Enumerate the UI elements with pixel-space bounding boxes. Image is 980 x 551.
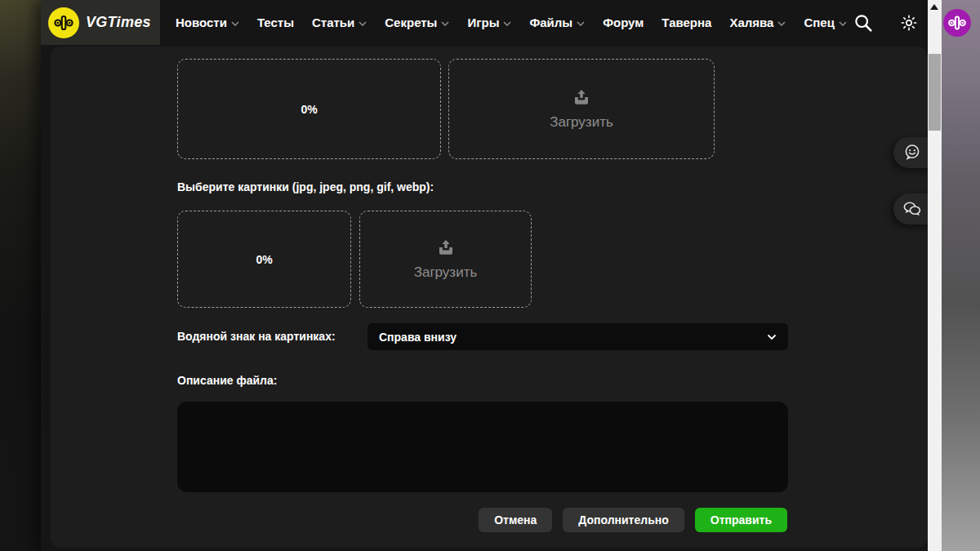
smiley-bubble-icon	[902, 143, 922, 162]
nav-item-articles[interactable]: Статьи	[303, 9, 376, 36]
nav-item-special[interactable]: Спец	[795, 9, 855, 36]
nav-item-label: Форум	[603, 16, 644, 29]
nav-item-label: Халява	[729, 16, 773, 29]
chevron-down-icon	[441, 21, 449, 26]
nav-item-tavern[interactable]: Таверна	[653, 9, 720, 36]
chevron-down-icon	[231, 21, 239, 26]
nav-item-forum[interactable]: Форум	[594, 9, 653, 36]
screenshots-progress-value: 0%	[301, 103, 317, 116]
feedback-smiley-tab[interactable]	[893, 137, 931, 168]
sun-icon	[900, 14, 918, 32]
nav-item-label: Новости	[176, 16, 227, 29]
watermark-selected-value: Справа внизу	[379, 331, 767, 344]
chat-bubbles-icon	[902, 198, 923, 220]
site-logo[interactable]: VGTimes	[41, 0, 160, 45]
screenshots-upload-button[interactable]: Загрузить	[448, 59, 715, 159]
screenshots-progress-box: 0%	[177, 59, 441, 159]
chevron-down-icon	[503, 21, 511, 26]
search-button[interactable]	[853, 12, 874, 33]
chevron-down-icon	[767, 334, 777, 340]
vgtimes-avatar-icon	[947, 13, 967, 33]
nav-item-label: Спец	[804, 16, 834, 29]
chevron-down-icon	[577, 21, 585, 26]
upload-inner: Загрузить	[550, 87, 613, 131]
upload-button-label: Загрузить	[414, 264, 478, 281]
nav-item-secrets[interactable]: Секреты	[376, 9, 458, 36]
nav-item-freebies[interactable]: Халява	[720, 9, 795, 36]
upload-icon	[435, 238, 457, 259]
nav-item-files[interactable]: Файлы	[520, 9, 594, 36]
nav-item-tests[interactable]: Тесты	[248, 9, 303, 36]
description-label: Описание файла:	[177, 374, 277, 387]
nav-menu: Новости Тесты Статьи Секреты Игры Файлы	[167, 9, 856, 36]
chevron-down-icon	[359, 21, 367, 26]
brand-text: VGTimes	[86, 14, 151, 31]
upload-inner: Загрузить	[414, 238, 478, 281]
nav-item-label: Таверна	[662, 16, 711, 29]
top-navbar: VGTimes Новости Тесты Статьи Секреты Игр…	[41, 0, 928, 45]
upload-icon	[571, 87, 592, 109]
images-section-heading: Выберите картинки (jpg, jpeg, png, gif, …	[177, 180, 434, 193]
images-upload-button[interactable]: Загрузить	[359, 211, 532, 308]
upload-form-card: 0% Загрузить Выберите картинки (jpg, jpe…	[51, 47, 928, 548]
comments-chat-tab[interactable]	[893, 193, 931, 224]
nav-item-label: Игры	[467, 16, 499, 29]
form-actions: Отмена Дополнительно Отправить	[177, 508, 787, 532]
nav-item-label: Секреты	[385, 16, 437, 29]
images-progress-value: 0%	[256, 253, 272, 266]
search-icon	[853, 12, 874, 33]
user-avatar[interactable]	[943, 9, 971, 37]
advanced-button[interactable]: Дополнительно	[563, 508, 684, 532]
images-progress-box: 0%	[177, 211, 351, 308]
chevron-down-icon	[839, 21, 847, 26]
description-textarea[interactable]	[177, 402, 788, 492]
scrollbar-thumb[interactable]	[929, 54, 941, 131]
site-wrapper: VGTimes Новости Тесты Статьи Секреты Игр…	[41, 0, 928, 551]
submit-button[interactable]: Отправить	[695, 508, 787, 532]
upload-button-label: Загрузить	[550, 114, 613, 131]
page-background-right	[942, 0, 980, 551]
nav-item-label: Файлы	[529, 16, 572, 29]
vgtimes-logo-icon	[48, 7, 79, 38]
scrollbar-up-arrow[interactable]	[930, 4, 938, 10]
nav-item-label: Тесты	[257, 16, 294, 29]
page-scrollbar[interactable]	[928, 0, 942, 551]
watermark-label: Водяной знак на картинках:	[177, 330, 336, 343]
page-background-left	[0, 0, 41, 551]
nav-item-news[interactable]: Новости	[167, 9, 248, 36]
theme-toggle-button[interactable]	[900, 14, 918, 32]
watermark-select[interactable]: Справа внизу	[368, 323, 788, 350]
nav-item-games[interactable]: Игры	[458, 9, 520, 36]
chevron-down-icon	[777, 21, 786, 26]
nav-item-label: Статьи	[312, 16, 354, 29]
cancel-button[interactable]: Отмена	[479, 508, 552, 532]
